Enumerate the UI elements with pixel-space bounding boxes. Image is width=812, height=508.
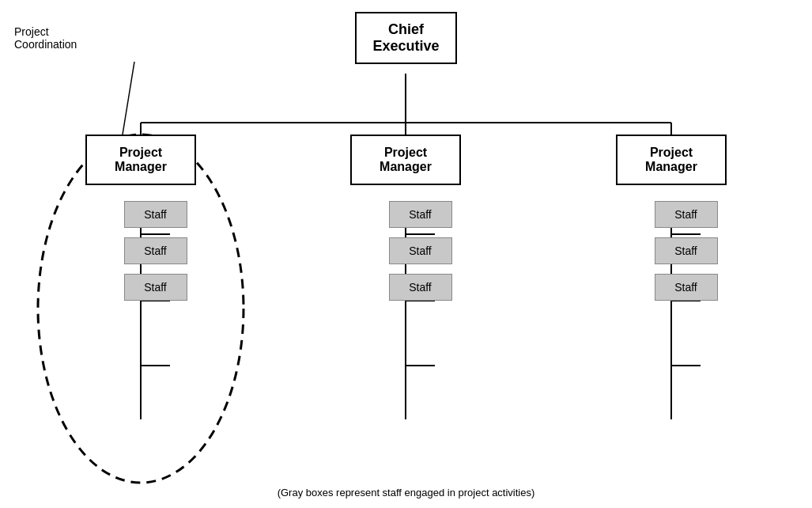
staff-box-2-3: Staff [389,274,452,301]
staff-section-3: Staff Staff Staff [655,201,718,301]
manager-column-2: Project Manager Staff Staff Staff [350,135,461,301]
staff-box-1-1: Staff [124,201,187,228]
staff-box-1-2: Staff [124,237,187,264]
manager-box-2: Project Manager [350,135,461,185]
staff-list-2: Staff Staff Staff [389,201,452,301]
staff-list-3: Staff Staff Staff [655,201,718,301]
staff-section-2: Staff Staff Staff [389,201,452,301]
manager-column-1: Project Manager Staff Staff Staff [85,135,196,301]
staff-box-2-1: Staff [389,201,452,228]
staff-box-3-2: Staff [655,237,718,264]
diagram-container: Project Coordination Chief Executive Pro… [0,0,812,508]
staff-box-2-2: Staff [389,237,452,264]
manager-box-1: Project Manager [85,135,196,185]
caption: (Gray boxes represent staff engaged in p… [0,487,812,499]
manager-1-label: Project Manager [115,146,167,173]
staff-section-1: Staff Staff Staff [124,201,187,301]
manager-box-3: Project Manager [616,135,727,185]
staff-list-1: Staff Staff Staff [124,201,187,301]
manager-2-label: Project Manager [380,146,432,173]
manager-column-3: Project Manager Staff Staff Staff [616,135,727,301]
ceo-label: Chief Executive [372,21,439,54]
staff-box-3-3: Staff [655,274,718,301]
staff-box-1-3: Staff [124,274,187,301]
ceo-box: Chief Executive [355,12,456,64]
svg-line-18 [123,62,134,135]
project-coordination-label: Project Coordination [14,25,77,51]
manager-3-label: Project Manager [645,146,697,173]
staff-box-3-1: Staff [655,201,718,228]
caption-text: (Gray boxes represent staff engaged in p… [278,487,535,499]
